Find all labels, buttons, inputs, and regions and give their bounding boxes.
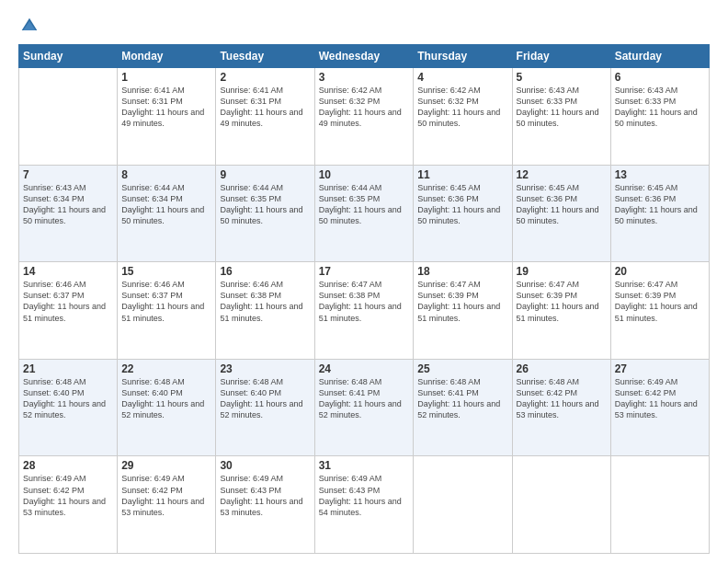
calendar-cell: 16 Sunrise: 6:46 AM Sunset: 6:38 PM Dayl… bbox=[216, 262, 314, 360]
calendar-cell: 27 Sunrise: 6:49 AM Sunset: 6:42 PM Dayl… bbox=[610, 359, 709, 456]
day-info: Sunrise: 6:45 AM Sunset: 6:36 PM Dayligh… bbox=[417, 182, 507, 227]
weekday-header: Tuesday bbox=[216, 45, 314, 68]
calendar-week-row: 14 Sunrise: 6:46 AM Sunset: 6:37 PM Dayl… bbox=[19, 262, 710, 360]
calendar-cell: 29 Sunrise: 6:49 AM Sunset: 6:42 PM Dayl… bbox=[118, 456, 216, 554]
day-info: Sunrise: 6:49 AM Sunset: 6:42 PM Dayligh… bbox=[23, 473, 113, 518]
day-info: Sunrise: 6:48 AM Sunset: 6:40 PM Dayligh… bbox=[220, 376, 310, 421]
day-info: Sunrise: 6:47 AM Sunset: 6:39 PM Dayligh… bbox=[517, 279, 607, 324]
calendar-cell: 18 Sunrise: 6:47 AM Sunset: 6:39 PM Dayl… bbox=[414, 262, 512, 360]
calendar-cell: 17 Sunrise: 6:47 AM Sunset: 6:38 PM Dayl… bbox=[314, 262, 414, 360]
day-info: Sunrise: 6:47 AM Sunset: 6:38 PM Dayligh… bbox=[319, 279, 410, 324]
calendar-cell: 8 Sunrise: 6:44 AM Sunset: 6:34 PM Dayli… bbox=[118, 165, 216, 262]
calendar-week-row: 21 Sunrise: 6:48 AM Sunset: 6:40 PM Dayl… bbox=[19, 359, 710, 456]
day-info: Sunrise: 6:48 AM Sunset: 6:42 PM Dayligh… bbox=[517, 376, 607, 421]
weekday-header: Sunday bbox=[19, 45, 118, 68]
day-number: 18 bbox=[417, 265, 507, 278]
day-number: 5 bbox=[517, 71, 607, 84]
day-number: 28 bbox=[23, 459, 113, 472]
calendar-week-row: 1 Sunrise: 6:41 AM Sunset: 6:31 PM Dayli… bbox=[19, 68, 710, 166]
calendar-cell: 13 Sunrise: 6:45 AM Sunset: 6:36 PM Dayl… bbox=[610, 165, 709, 262]
day-info: Sunrise: 6:46 AM Sunset: 6:38 PM Dayligh… bbox=[220, 279, 310, 324]
day-number: 6 bbox=[615, 71, 705, 84]
calendar-cell: 4 Sunrise: 6:42 AM Sunset: 6:32 PM Dayli… bbox=[414, 68, 512, 166]
day-info: Sunrise: 6:41 AM Sunset: 6:31 PM Dayligh… bbox=[220, 85, 310, 130]
calendar-week-row: 7 Sunrise: 6:43 AM Sunset: 6:34 PM Dayli… bbox=[19, 165, 710, 262]
day-number: 16 bbox=[220, 265, 310, 278]
day-info: Sunrise: 6:44 AM Sunset: 6:35 PM Dayligh… bbox=[220, 182, 310, 227]
calendar-cell: 31 Sunrise: 6:49 AM Sunset: 6:43 PM Dayl… bbox=[314, 456, 414, 554]
day-number: 3 bbox=[319, 71, 410, 84]
calendar-cell: 6 Sunrise: 6:43 AM Sunset: 6:33 PM Dayli… bbox=[610, 68, 709, 166]
day-info: Sunrise: 6:43 AM Sunset: 6:34 PM Dayligh… bbox=[23, 182, 113, 227]
calendar-cell: 22 Sunrise: 6:48 AM Sunset: 6:40 PM Dayl… bbox=[118, 359, 216, 456]
calendar-week-row: 28 Sunrise: 6:49 AM Sunset: 6:42 PM Dayl… bbox=[19, 456, 710, 554]
day-info: Sunrise: 6:49 AM Sunset: 6:43 PM Dayligh… bbox=[220, 473, 310, 518]
calendar-cell: 24 Sunrise: 6:48 AM Sunset: 6:41 PM Dayl… bbox=[314, 359, 414, 456]
day-number: 4 bbox=[417, 71, 507, 84]
day-info: Sunrise: 6:42 AM Sunset: 6:32 PM Dayligh… bbox=[319, 85, 410, 130]
day-number: 9 bbox=[220, 168, 310, 181]
calendar-cell: 1 Sunrise: 6:41 AM Sunset: 6:31 PM Dayli… bbox=[118, 68, 216, 166]
day-info: Sunrise: 6:42 AM Sunset: 6:32 PM Dayligh… bbox=[417, 85, 507, 130]
day-info: Sunrise: 6:48 AM Sunset: 6:40 PM Dayligh… bbox=[23, 376, 113, 421]
calendar-cell bbox=[414, 456, 512, 554]
day-info: Sunrise: 6:45 AM Sunset: 6:36 PM Dayligh… bbox=[615, 182, 705, 227]
day-info: Sunrise: 6:48 AM Sunset: 6:41 PM Dayligh… bbox=[319, 376, 410, 421]
calendar-cell: 30 Sunrise: 6:49 AM Sunset: 6:43 PM Dayl… bbox=[216, 456, 314, 554]
day-info: Sunrise: 6:49 AM Sunset: 6:42 PM Dayligh… bbox=[121, 473, 211, 518]
calendar-cell bbox=[19, 68, 118, 166]
day-info: Sunrise: 6:47 AM Sunset: 6:39 PM Dayligh… bbox=[417, 279, 507, 324]
day-number: 21 bbox=[23, 362, 113, 375]
calendar-header-row: SundayMondayTuesdayWednesdayThursdayFrid… bbox=[19, 45, 710, 68]
weekday-header: Saturday bbox=[610, 45, 709, 68]
calendar-cell: 15 Sunrise: 6:46 AM Sunset: 6:37 PM Dayl… bbox=[118, 262, 216, 360]
day-info: Sunrise: 6:46 AM Sunset: 6:37 PM Dayligh… bbox=[23, 279, 113, 324]
calendar-cell: 12 Sunrise: 6:45 AM Sunset: 6:36 PM Dayl… bbox=[512, 165, 610, 262]
calendar-cell: 25 Sunrise: 6:48 AM Sunset: 6:41 PM Dayl… bbox=[414, 359, 512, 456]
day-info: Sunrise: 6:43 AM Sunset: 6:33 PM Dayligh… bbox=[615, 85, 705, 130]
day-info: Sunrise: 6:48 AM Sunset: 6:40 PM Dayligh… bbox=[121, 376, 211, 421]
calendar-cell: 10 Sunrise: 6:44 AM Sunset: 6:35 PM Dayl… bbox=[314, 165, 414, 262]
day-number: 27 bbox=[615, 362, 705, 375]
header bbox=[18, 17, 710, 35]
day-info: Sunrise: 6:41 AM Sunset: 6:31 PM Dayligh… bbox=[121, 85, 211, 130]
day-number: 29 bbox=[121, 459, 211, 472]
calendar-cell: 7 Sunrise: 6:43 AM Sunset: 6:34 PM Dayli… bbox=[19, 165, 118, 262]
calendar-cell: 2 Sunrise: 6:41 AM Sunset: 6:31 PM Dayli… bbox=[216, 68, 314, 166]
day-number: 13 bbox=[615, 168, 705, 181]
day-info: Sunrise: 6:44 AM Sunset: 6:35 PM Dayligh… bbox=[319, 182, 410, 227]
calendar-cell: 20 Sunrise: 6:47 AM Sunset: 6:39 PM Dayl… bbox=[610, 262, 709, 360]
day-number: 30 bbox=[220, 459, 310, 472]
day-number: 8 bbox=[121, 168, 211, 181]
logo-icon bbox=[20, 17, 39, 35]
day-number: 26 bbox=[517, 362, 607, 375]
day-info: Sunrise: 6:43 AM Sunset: 6:33 PM Dayligh… bbox=[517, 85, 607, 130]
day-number: 2 bbox=[220, 71, 310, 84]
day-number: 10 bbox=[319, 168, 410, 181]
day-number: 17 bbox=[319, 265, 410, 278]
day-number: 15 bbox=[121, 265, 211, 278]
day-number: 1 bbox=[121, 71, 211, 84]
day-info: Sunrise: 6:48 AM Sunset: 6:41 PM Dayligh… bbox=[417, 376, 507, 421]
weekday-header: Wednesday bbox=[314, 45, 414, 68]
calendar-cell: 21 Sunrise: 6:48 AM Sunset: 6:40 PM Dayl… bbox=[19, 359, 118, 456]
day-info: Sunrise: 6:47 AM Sunset: 6:39 PM Dayligh… bbox=[615, 279, 705, 324]
calendar: SundayMondayTuesdayWednesdayThursdayFrid… bbox=[18, 44, 710, 554]
day-number: 14 bbox=[23, 265, 113, 278]
day-info: Sunrise: 6:46 AM Sunset: 6:37 PM Dayligh… bbox=[121, 279, 211, 324]
day-info: Sunrise: 6:49 AM Sunset: 6:43 PM Dayligh… bbox=[319, 473, 410, 518]
logo bbox=[18, 17, 39, 35]
page: SundayMondayTuesdayWednesdayThursdayFrid… bbox=[0, 0, 728, 563]
day-number: 7 bbox=[23, 168, 113, 181]
weekday-header: Friday bbox=[512, 45, 610, 68]
calendar-cell: 9 Sunrise: 6:44 AM Sunset: 6:35 PM Dayli… bbox=[216, 165, 314, 262]
day-number: 23 bbox=[220, 362, 310, 375]
day-info: Sunrise: 6:49 AM Sunset: 6:42 PM Dayligh… bbox=[615, 376, 705, 421]
day-number: 31 bbox=[319, 459, 410, 472]
day-number: 20 bbox=[615, 265, 705, 278]
calendar-cell: 28 Sunrise: 6:49 AM Sunset: 6:42 PM Dayl… bbox=[19, 456, 118, 554]
day-number: 12 bbox=[517, 168, 607, 181]
calendar-cell bbox=[512, 456, 610, 554]
calendar-cell: 26 Sunrise: 6:48 AM Sunset: 6:42 PM Dayl… bbox=[512, 359, 610, 456]
day-number: 11 bbox=[417, 168, 507, 181]
